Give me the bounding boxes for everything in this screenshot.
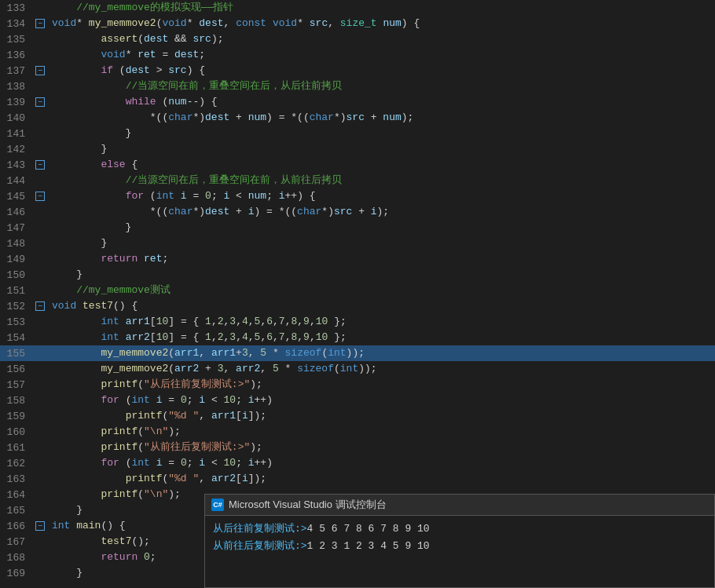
console-line2-label: 从前往后复制测试:> [213, 540, 307, 552]
console-line1-label: 从后往前复制测试:> [213, 523, 307, 535]
line-145: 145 − for (int i = 0; i < num; i++) { [0, 188, 715, 204]
line-133: 133 //my_memmove的模拟实现——指针 [0, 0, 715, 16]
line-163: 163 printf("%d ", arr2[i]); [0, 471, 715, 487]
console-line2-nums: 1 2 3 1 2 3 4 5 9 10 [307, 540, 430, 552]
line-158: 158 for (int i = 0; i < 10; i++) [0, 393, 715, 408]
line-160: 160 printf("\n"); [0, 424, 715, 440]
line-136: 136 void* ret = dest; [0, 47, 715, 63]
collapse-152[interactable]: − [35, 301, 45, 311]
line-162: 162 for (int i = 0; i < 10; i++) [0, 455, 715, 471]
line-156: 156 my_memmove2(arr2 + 3, arr2, 5 * size… [0, 361, 715, 377]
line-151: 151 //my_memmove测试 [0, 283, 715, 298]
line-154: 154 int arr2[10] = { 1,2,3,4,5,6,7,8,9,1… [0, 330, 715, 345]
vs-icon: C# [211, 499, 224, 511]
collapse-134[interactable]: − [35, 19, 45, 28]
line-141: 141 } [0, 126, 715, 141]
line-159: 159 printf("%d ", arr1[i]); [0, 408, 715, 424]
line-148: 148 } [0, 236, 715, 251]
line-146: 146 *((char*)dest + i) = *((char*)src + … [0, 204, 715, 220]
line-144: 144 //当源空间在后，重叠空间在前，从前往后拷贝 [0, 173, 715, 188]
console-header: C# Microsoft Visual Studio 调试控制台 [205, 495, 714, 516]
collapse-143[interactable]: − [35, 160, 45, 170]
line-137: 137 − if (dest > src) { [0, 63, 715, 79]
console-body: 从后往前复制测试:>4 5 6 7 8 6 7 8 9 10 从前往后复制测试:… [205, 516, 714, 560]
line-150: 150 } [0, 267, 715, 283]
collapse-139[interactable]: − [35, 97, 45, 107]
line-155: 155 my_memmove2(arr1, arr1+3, 5 * sizeof… [0, 345, 715, 361]
line-161: 161 printf("从前往后复制测试:>"); [0, 440, 715, 455]
line-142: 142 } [0, 141, 715, 157]
line-153: 153 int arr1[10] = { 1,2,3,4,5,6,7,8,9,1… [0, 314, 715, 330]
collapse-137[interactable]: − [35, 66, 45, 75]
code-editor: 133 //my_memmove的模拟实现——指针 134 − void* my… [0, 0, 715, 588]
line-152: 152 − void test7() { [0, 298, 715, 314]
line-139: 139 − while (num--) { [0, 94, 715, 110]
console-line1-nums: 4 5 6 7 8 6 7 8 9 10 [307, 523, 430, 535]
console-panel: C# Microsoft Visual Studio 调试控制台 从后往前复制测… [204, 494, 715, 588]
console-line-2: 从前往后复制测试:>1 2 3 1 2 3 4 5 9 10 [213, 538, 706, 555]
line-149: 149 return ret; [0, 251, 715, 267]
line-135: 135 assert(dest && src); [0, 31, 715, 47]
collapse-166[interactable]: − [35, 521, 45, 531]
console-title: Microsoft Visual Studio 调试控制台 [229, 498, 387, 512]
line-140: 140 *((char*)dest + num) = *((char*)src … [0, 110, 715, 126]
line-134: 134 − void* my_memmove2(void* dest, cons… [0, 16, 715, 31]
line-147: 147 } [0, 220, 715, 236]
line-157: 157 printf("从后往前复制测试:>"); [0, 377, 715, 393]
console-line-1: 从后往前复制测试:>4 5 6 7 8 6 7 8 9 10 [213, 520, 706, 538]
collapse-145[interactable]: − [35, 192, 45, 201]
line-138: 138 //当源空间在前，重叠空间在后，从后往前拷贝 [0, 79, 715, 94]
line-143: 143 − else { [0, 157, 715, 173]
